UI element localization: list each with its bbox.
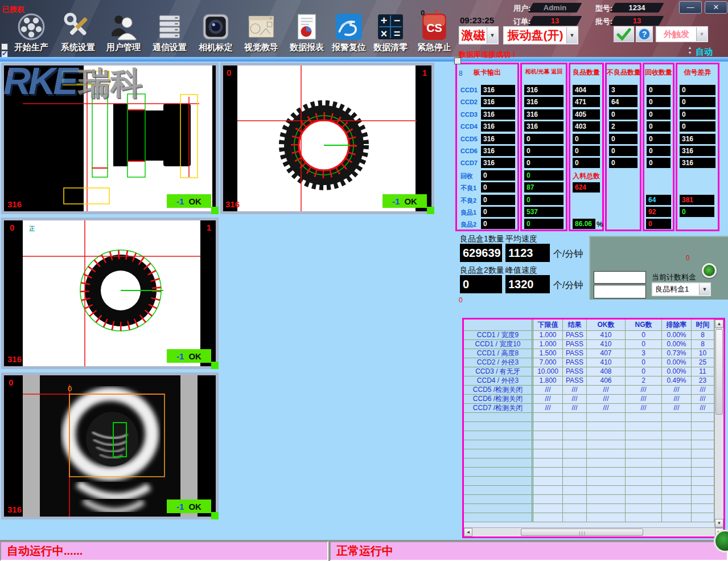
input-field-1[interactable] — [594, 271, 646, 284]
camera-4-image: 0 0 316 -1 OK — [4, 375, 216, 517]
value-box: 0 — [647, 109, 671, 120]
clock: 09:23:25 — [460, 15, 494, 25]
result-value: -1 — [176, 502, 184, 511]
horizontal-scroll-thumb[interactable]: | | | — [521, 529, 643, 536]
toolbar-button-camera[interactable]: 相机标定 — [192, 13, 240, 56]
results-grid: 下限值结果OK数NG数排除率时间CCD1 / 宽度91.000PASS41000… — [464, 320, 714, 522]
auto-mode-label: 自动 — [696, 47, 713, 58]
results-cell — [692, 477, 714, 486]
chevron-down-icon[interactable]: ▼ — [487, 27, 497, 43]
camera-2-graphics — [223, 65, 431, 211]
toolbar-button-users[interactable]: 用户管理 — [100, 13, 147, 56]
vibration-dropdown[interactable]: 振动盘(开) ▼ — [503, 26, 578, 44]
chevron-down-icon[interactable]: ▼ — [699, 284, 710, 295]
results-cell: 407 — [587, 349, 626, 358]
toolbar-button-reel[interactable]: 开始生产 — [7, 13, 55, 56]
results-cell: 1.500 — [533, 349, 563, 358]
monitor-row-label: CCD3 — [460, 111, 478, 118]
horizontal-scrollbar[interactable]: ◄ | | | ► — [464, 527, 723, 537]
camera-2-frame-index: 0 — [227, 68, 231, 77]
results-cell — [692, 422, 714, 431]
toolbar-button-tools[interactable]: 系统设置 — [54, 13, 102, 56]
scroll-up-icon[interactable]: ▲ — [715, 320, 723, 328]
results-cell: /// — [563, 386, 587, 395]
toolbar-button-label: 通信设置 — [146, 42, 194, 53]
results-cell: 406 — [587, 376, 626, 386]
table-row — [464, 513, 714, 522]
toolbar-button-calculator[interactable]: +−×=数据清零 — [367, 13, 414, 56]
counter-box-dropdown[interactable]: 良品料盒1 ▼ — [652, 282, 711, 296]
results-cell: 10 — [692, 349, 714, 358]
panel-count: 0 — [686, 254, 690, 262]
spinner-control[interactable]: ▲▼ — [687, 45, 693, 55]
resize-grip[interactable] — [211, 512, 219, 519]
toolbar-button-report[interactable]: 数据报表 — [283, 13, 331, 56]
monitor-column-recycle_count: 回收数量000000064920 — [643, 63, 674, 231]
avg-speed-label: 平均速度 — [505, 234, 537, 244]
results-cell: 3 — [626, 349, 662, 358]
value-box: 0 — [573, 134, 600, 144]
camera-2-channel: 1 — [422, 68, 427, 77]
monitor-column-signal_diff: 信号差异00003163163163810 — [676, 63, 719, 231]
results-cell — [662, 431, 692, 440]
table-row — [464, 504, 714, 513]
toolbar-button-teach[interactable]: 视觉教导 — [237, 13, 285, 56]
help-button[interactable]: ? — [636, 26, 653, 42]
vertical-scroll-thumb[interactable] — [715, 329, 723, 415]
camera-view-3: 0 正 1 316 -1 OK — [1, 218, 219, 369]
value-box: 0 — [647, 97, 671, 107]
resize-grip[interactable] — [427, 207, 434, 214]
results-cell: 7.000 — [533, 358, 563, 367]
results-cell — [587, 477, 626, 486]
camera-3-channel: 1 — [207, 223, 211, 232]
teach-icon — [247, 13, 275, 41]
close-button[interactable]: ✕ — [705, 1, 727, 14]
server-icon — [155, 13, 184, 41]
results-row-label — [464, 449, 533, 458]
monitor-checkbox[interactable] — [454, 58, 461, 64]
input-field-2[interactable] — [594, 285, 646, 298]
results-cell — [626, 513, 662, 522]
resize-grip[interactable] — [211, 207, 219, 214]
results-cell — [533, 431, 563, 440]
camera-3-image: 0 正 1 316 -1 OK — [4, 220, 216, 366]
value-box: 316 — [524, 85, 564, 95]
results-cell: /// — [587, 395, 626, 404]
toolbar-button-alarm-reset[interactable]: 报警复位 — [325, 13, 373, 56]
table-row — [464, 413, 714, 422]
results-cell: 0.00% — [662, 358, 692, 367]
calculator-icon: +−×= — [376, 13, 405, 41]
results-cell: 1.800 — [533, 376, 563, 386]
results-row-label: CCD6 /检测关闭 — [464, 395, 533, 404]
toolbar-button-label: 系统设置 — [54, 42, 102, 53]
value-box: 0 — [524, 146, 564, 156]
results-row-label — [464, 468, 533, 477]
results-cell — [563, 513, 587, 522]
monitor-row-label: CCD6 — [460, 148, 478, 154]
results-cell: 23 — [692, 376, 714, 386]
scroll-left-icon[interactable]: ◄ — [464, 528, 472, 537]
users-icon — [109, 13, 138, 41]
scroll-down-icon[interactable]: ▼ — [715, 519, 723, 527]
results-cell — [533, 513, 563, 522]
monitor-column-header: 不良品数量 — [607, 68, 640, 77]
resize-grip[interactable] — [211, 362, 219, 369]
results-cell — [587, 449, 626, 458]
vertical-scrollbar[interactable]: ▲ ▼ — [714, 320, 723, 527]
svg-text:×: × — [381, 27, 388, 40]
results-cell — [626, 468, 662, 477]
toolbar-button-emergency-stop[interactable]: CS紧急停止 — [410, 13, 458, 56]
reel-icon — [17, 13, 46, 41]
results-cell — [626, 431, 662, 440]
minimize-button[interactable]: — — [679, 1, 702, 14]
result-value: -1 — [176, 196, 184, 206]
trigger-dropdown[interactable]: 外触发 ▼ — [656, 26, 708, 42]
excite-dropdown[interactable]: 激磁 ▼ — [459, 26, 499, 44]
chevron-down-icon[interactable]: ▼ — [566, 27, 577, 43]
toolbar-button-server[interactable]: 通信设置 — [146, 13, 194, 56]
results-cell — [662, 413, 692, 422]
results-cell — [626, 477, 662, 486]
results-cell: 0 — [626, 358, 662, 367]
results-cell — [587, 413, 626, 422]
confirm-button[interactable] — [614, 26, 634, 42]
